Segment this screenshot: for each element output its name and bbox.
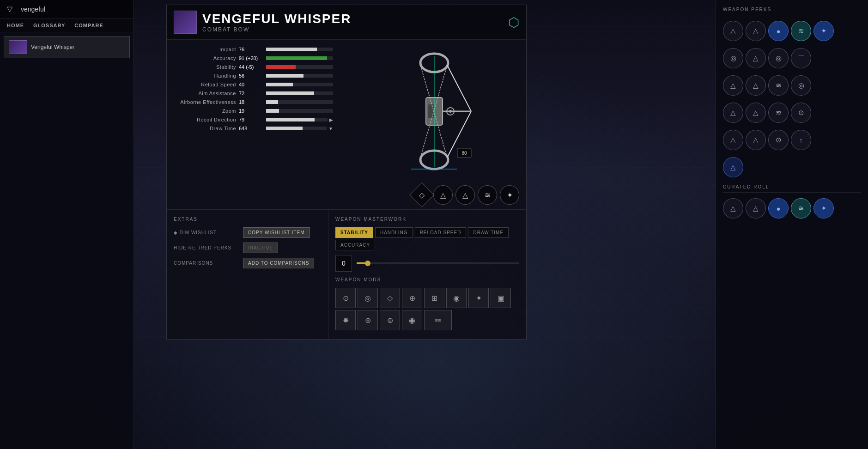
curated-perk-grid: △ △ ● ≋ ✦ <box>723 198 861 218</box>
perk-r4-c1[interactable]: △ <box>723 103 743 123</box>
perk-r1-c5[interactable]: ✦ <box>813 21 834 41</box>
mw-tab-handling[interactable]: HANDLING <box>375 227 413 238</box>
perk-lone[interactable]: △ <box>723 157 743 177</box>
perk-r4-c3[interactable]: ≋ <box>768 103 789 123</box>
weapon-main-title: VENGEFUL WHISPER <box>202 12 351 26</box>
perk-star-icon[interactable]: ✦ <box>500 185 519 205</box>
perk-diamond-icon[interactable]: ◇ <box>409 182 434 207</box>
inactive-button[interactable]: INACTIVE <box>243 243 278 253</box>
perk-r4-c4[interactable]: ⊙ <box>791 103 811 123</box>
perk-r1-c3[interactable]: ● <box>768 21 789 41</box>
stat-bar-container <box>266 65 333 69</box>
perk-r2-c1[interactable]: ◎ <box>723 48 743 68</box>
weapon-3d-display: 80 <box>342 47 526 176</box>
perk-grid-row-2: ◎ △ ◎ ⌒ <box>723 48 861 68</box>
stat-label: Airborne Effectiveness <box>176 99 236 105</box>
mw-tab-stability[interactable]: STABILITY <box>335 227 373 238</box>
perk-r1-c4[interactable]: ≋ <box>791 21 811 41</box>
perk-r3-c1[interactable]: △ <box>723 75 743 96</box>
mod-icon-7[interactable]: ✦ <box>468 288 489 308</box>
mod-icon-5[interactable]: ⊞ <box>424 288 444 308</box>
search-input[interactable] <box>21 6 127 13</box>
main-weapon-panel: VENGEFUL WHISPER COMBAT BOW ⬡ Impact76Ac… <box>166 5 527 340</box>
stat-row: Handling56 <box>176 73 333 79</box>
perk-grid-row-1: △ △ ● ≋ ✦ <box>723 21 861 41</box>
mw-tab-reload-speed[interactable]: RELOAD SPEED <box>415 227 467 238</box>
perk-r3-c2[interactable]: △ <box>746 75 766 96</box>
svg-rect-4 <box>428 104 434 118</box>
perk-r2-c4[interactable]: ⌒ <box>791 48 811 68</box>
stat-bar-container <box>266 74 333 78</box>
stat-row: Recoil Direction79▶ <box>176 117 333 122</box>
stat-bar-fill <box>266 48 317 51</box>
mod-icon-10[interactable]: ⊛ <box>358 310 378 330</box>
weapon-perks-title: WEAPON PERKS <box>723 7 861 15</box>
mod-icon-12[interactable]: ◉ <box>402 310 422 330</box>
mod-icon-13[interactable]: ≡≡ <box>424 310 452 330</box>
extras-title: EXTRAS <box>174 217 321 222</box>
perk-r3-c3[interactable]: ≋ <box>768 75 789 96</box>
perk-wave-icon[interactable]: ≋ <box>478 185 497 205</box>
stat-row: Aim Assistance72 <box>176 91 333 96</box>
curated-perk-3[interactable]: ● <box>768 198 789 218</box>
perk-r5-c4[interactable]: ↑ <box>791 130 811 150</box>
stat-label: Aim Assistance <box>176 91 236 96</box>
masterwork-slider-thumb[interactable] <box>365 261 370 266</box>
stat-label: Draw Time <box>176 126 236 131</box>
perk-r3-c4[interactable]: ◎ <box>791 75 811 96</box>
sidebar: HOME GLOSSARY COMPARE Vengeful Whisper <box>0 0 134 449</box>
stat-row: Accuracy91 (+20) <box>176 55 333 61</box>
perk-r5-c1[interactable]: △ <box>723 130 743 150</box>
perk-r5-c3[interactable]: ⊙ <box>768 130 789 150</box>
stat-bar-container <box>266 83 333 86</box>
add-to-comparisons-button[interactable]: ADD TO COMPARISONS <box>243 258 314 268</box>
weapon-list-item[interactable]: Vengeful Whisper <box>4 36 130 58</box>
mod-icon-2[interactable]: ◎ <box>358 288 378 308</box>
filter-icon[interactable] <box>7 5 16 14</box>
stat-value: 19 <box>236 108 266 114</box>
stat-row: Draw Time648▼ <box>176 126 333 131</box>
perk-triangle-2[interactable]: △ <box>455 185 475 205</box>
curated-perk-2[interactable]: △ <box>746 198 766 218</box>
stat-bar-fill <box>266 65 296 69</box>
mw-tab-accuracy[interactable]: ACCURACY <box>335 240 375 250</box>
copy-wishlist-button[interactable]: COPY WISHLIST ITEM <box>243 227 310 238</box>
perk-triangle-1[interactable]: △ <box>433 185 453 205</box>
mod-icon-3[interactable]: ◇ <box>380 288 400 308</box>
perk-r5-c2[interactable]: △ <box>746 130 766 150</box>
perk-r2-c2[interactable]: △ <box>746 48 766 68</box>
weapon-thumbnail <box>9 40 27 54</box>
perk-r2-c3[interactable]: ◎ <box>768 48 789 68</box>
perk-r1-c2[interactable]: △ <box>746 21 766 41</box>
mod-icon-6[interactable]: ◉ <box>446 288 467 308</box>
stat-value: 648 <box>236 126 266 131</box>
mod-icon-4[interactable]: ⊕ <box>402 288 422 308</box>
masterwork-value: 0 <box>335 255 352 272</box>
nav-compare[interactable]: COMPARE <box>74 23 103 28</box>
stats-table: Impact76Accuracy91 (+20)Stability44 (-5)… <box>167 47 342 176</box>
stat-bar-container <box>266 127 327 130</box>
mod-icon-8[interactable]: ▣ <box>491 288 511 308</box>
mod-icon-9[interactable]: ✸ <box>335 310 356 330</box>
extras-compare-row: COMPARISONS ADD TO COMPARISONS <box>174 258 321 268</box>
stat-label: Impact <box>176 47 236 52</box>
stat-bar-container <box>266 100 333 104</box>
curated-perk-1[interactable]: △ <box>723 198 743 218</box>
mod-icon-11[interactable]: ⊜ <box>380 310 400 330</box>
sidebar-header <box>0 0 134 19</box>
curated-perk-4[interactable]: ≋ <box>791 198 811 218</box>
stat-label: Reload Speed <box>176 82 236 87</box>
nav-glossary[interactable]: GLOSSARY <box>33 23 65 28</box>
perk-r1-c1[interactable]: △ <box>723 21 743 41</box>
mw-tab-draw-time[interactable]: DRAW TIME <box>468 227 509 238</box>
curated-perk-5[interactable]: ✦ <box>813 198 834 218</box>
mod-icon-1[interactable]: ⊙ <box>335 288 356 308</box>
masterwork-slider[interactable] <box>357 262 519 264</box>
nav-home[interactable]: HOME <box>7 23 24 28</box>
masterwork-mods-panel: WEAPON MASTERWORK STABILITY HANDLING REL… <box>328 210 526 339</box>
weapon-list-name: Vengeful Whisper <box>31 44 74 50</box>
extras-dim-label: ◆ DIM WISHLIST <box>174 230 238 235</box>
mods-row-2: ✸ ⊛ ⊜ ◉ ≡≡ <box>335 310 519 330</box>
perk-grid-row-4: △ △ ≋ ⊙ <box>723 103 861 123</box>
perk-r4-c2[interactable]: △ <box>746 103 766 123</box>
